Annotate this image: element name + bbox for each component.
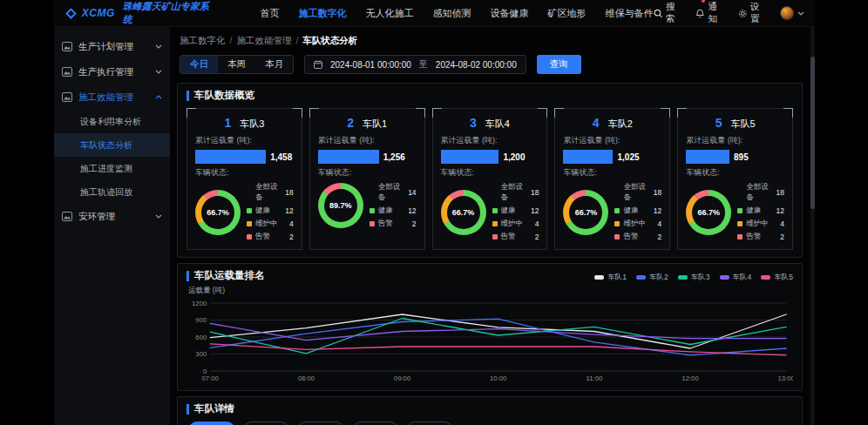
bell-icon — [695, 9, 704, 18]
load-value: 1,256 — [383, 152, 405, 162]
legend-label: 健康 — [255, 206, 270, 216]
chevron-down-icon — [155, 44, 162, 49]
donut-percent: 89.7% — [318, 183, 363, 228]
nav-item-1[interactable]: 施工数字化 — [299, 7, 347, 20]
breadcrumb: 施工数字化/施工效能管理/车队状态分析 — [180, 35, 803, 47]
fleet-tab-3[interactable]: 车队4 — [352, 422, 399, 425]
main-nav: 首页施工数字化无人化施工感知侦测设备健康矿区地形维保与备件 — [261, 7, 654, 20]
legend-label: 告警 — [501, 232, 516, 242]
sidebar-section-2[interactable]: 施工效能管理 — [54, 84, 170, 110]
fleet-tab-1[interactable]: 车队2 — [243, 422, 290, 425]
fleet-tab-4[interactable]: 车队5 — [406, 422, 453, 425]
legend-row: 健康12 — [492, 206, 539, 216]
chevron-down-icon — [155, 70, 162, 74]
chevron-down-icon — [155, 214, 162, 219]
vehicle-status-donut: 66.7% — [195, 190, 241, 235]
fleet-card-header: 4车队2 — [563, 115, 661, 131]
chart-legend-label: 车队1 — [607, 273, 627, 283]
fleet-load-line-chart: 1200900600300007:0008:0009:0010:0011:001… — [186, 298, 793, 383]
chevron-up-icon — [155, 95, 162, 99]
legend-value: 12 — [531, 206, 539, 215]
sidebar-item-2-2[interactable]: 施工进度监测 — [54, 157, 170, 180]
legend-dot — [737, 221, 743, 226]
svg-text:900: 900 — [195, 316, 207, 324]
title-accent-bar — [186, 404, 189, 415]
status-legend: 全部设备18健康12维护中4告警2 — [247, 182, 294, 242]
breadcrumb-item[interactable]: 施工数字化 — [180, 35, 226, 45]
menu-image-icon — [62, 42, 72, 51]
corner-decoration — [783, 108, 793, 118]
chart-legend-item-0[interactable]: 车队1 — [594, 273, 627, 283]
corner-decoration — [538, 108, 547, 118]
chart-legend-item-3[interactable]: 车队4 — [720, 273, 752, 283]
sidebar-section-0[interactable]: 生产计划管理 — [54, 34, 170, 59]
panel-title: 车队数据概览 — [186, 89, 793, 102]
chart-legend-item-4[interactable]: 车队5 — [761, 273, 793, 283]
nav-item-3[interactable]: 感知侦测 — [433, 7, 471, 20]
legend-value: 18 — [776, 188, 784, 197]
sidebar-item-2-3[interactable]: 施工轨迹回放 — [54, 180, 170, 204]
query-button[interactable]: 查询 — [537, 55, 581, 74]
corner-decoration — [432, 108, 442, 118]
legend-value: 2 — [412, 219, 417, 228]
avatar — [780, 6, 794, 20]
brand: XCMG 珠峰露天矿山专家系统 — [64, 0, 215, 26]
chart-legend-item-2[interactable]: 车队3 — [678, 273, 710, 283]
fleet-card: 2车队1累计运载量 (吨):1,256车辆状态:89.7%全部设备14健康12告… — [309, 108, 425, 250]
chart-legend-label: 车队2 — [649, 273, 668, 283]
vehicle-status-donut: 66.7% — [686, 190, 731, 235]
sidebar-item-2-0[interactable]: 设备利用率分析 — [54, 110, 170, 133]
svg-text:07:00: 07:00 — [201, 374, 219, 382]
quick-range-2[interactable]: 本月 — [255, 56, 293, 73]
status-label: 车辆状态: — [686, 167, 784, 179]
fleet-tab-2[interactable]: 车队3 — [297, 422, 344, 425]
corner-decoration — [416, 108, 425, 118]
legend-dot-blank — [737, 190, 743, 195]
sidebar-section-1[interactable]: 生产执行管理 — [54, 59, 170, 84]
vertical-scrollbar[interactable] — [810, 27, 815, 425]
legend-dot-blank — [247, 190, 252, 195]
nav-item-5[interactable]: 矿区地形 — [548, 7, 587, 20]
nav-item-2[interactable]: 无人化施工 — [366, 7, 414, 20]
user-menu[interactable] — [780, 6, 804, 20]
panel-title: 车队详情 — [186, 402, 793, 415]
chart-legend-item-1[interactable]: 车队2 — [636, 273, 668, 283]
fleet-name: 车队3 — [240, 118, 264, 129]
breadcrumb-item[interactable]: 施工效能管理 — [236, 35, 291, 45]
fleet-card: 1车队3累计运载量 (吨):1,458车辆状态:66.7%全部设备18健康12维… — [186, 108, 302, 250]
legend-row: 健康12 — [247, 206, 294, 216]
chart-legend-label: 车队4 — [733, 273, 752, 283]
legend-row: 维护中4 — [492, 219, 539, 229]
sidebar-section-3[interactable]: 安环管理 — [54, 204, 170, 229]
nav-item-4[interactable]: 设备健康 — [491, 7, 529, 20]
load-bar-row: 1,025 — [563, 149, 661, 165]
scrollbar-thumb[interactable] — [810, 57, 815, 209]
date-range-picker[interactable]: 2024-08-01 00:00:00 至 2024-08-02 00:00:0… — [304, 55, 526, 74]
svg-text:1200: 1200 — [192, 300, 207, 307]
status-row: 66.7%全部设备18健康12维护中4告警2 — [195, 182, 294, 242]
settings-button[interactable]: 设置 — [738, 1, 769, 25]
load-value: 1,458 — [270, 152, 292, 162]
quick-range-0[interactable]: 今日 — [180, 56, 218, 73]
legend-dot — [247, 221, 252, 226]
quick-range-1[interactable]: 本周 — [218, 56, 255, 73]
xcmg-logo-icon — [65, 8, 77, 19]
chart-legend: 车队1车队2车队3车队4车队5 — [594, 273, 793, 283]
sidebar-item-2-1[interactable]: 车队状态分析 — [54, 133, 170, 157]
notifications-button[interactable]: 通知 — [695, 1, 726, 25]
fleet-details-panel: 车队详情 车队1车队2车队3车队4车队5 序号设备名称设备序列号今日累计运载量 … — [177, 396, 803, 425]
svg-text:09:00: 09:00 — [394, 374, 411, 382]
legend-row: 健康12 — [737, 206, 784, 216]
vehicle-status-donut: 66.7% — [563, 190, 608, 235]
corner-decoration — [554, 108, 564, 118]
legend-dot — [370, 221, 375, 226]
chart-legend-label: 车队3 — [691, 273, 710, 283]
nav-item-6[interactable]: 维保与备件 — [606, 7, 654, 20]
svg-text:11:00: 11:00 — [586, 374, 602, 382]
nav-item-0[interactable]: 首页 — [261, 7, 280, 20]
search-button[interactable]: 搜索 — [654, 1, 684, 25]
legend-label: 维护中 — [746, 219, 769, 229]
legend-chip — [761, 275, 770, 280]
fleet-tab-0[interactable]: 车队1 — [188, 422, 235, 425]
calendar-icon — [314, 60, 322, 69]
